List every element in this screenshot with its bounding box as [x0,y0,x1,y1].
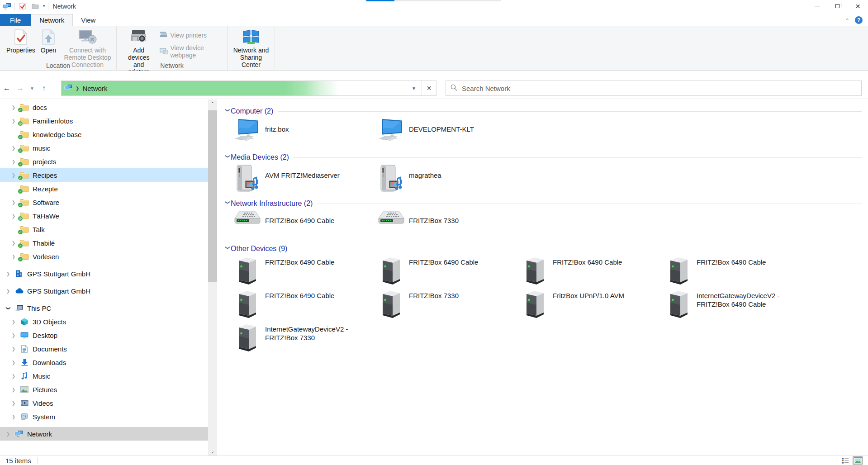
chevron-down-icon[interactable]: ❯ [225,154,230,161]
chevron-right-icon[interactable]: ❯ [11,414,16,419]
sidebar-item-system[interactable]: ❯System [0,410,208,423]
device-item-fritz-box-6490-cable[interactable]: FRITZ!Box 6490 Cable [666,256,810,285]
chevron-down-icon[interactable]: ❯ [225,246,230,252]
restore-button[interactable] [827,0,848,12]
chevron-right-icon[interactable]: ❯ [11,146,16,151]
qat-properties-icon[interactable] [18,1,28,11]
device-item-fritz-box[interactable]: fritz.box [234,119,378,141]
sidebar-item-pictures[interactable]: ❯Pictures [0,383,208,396]
sidebar-item-network[interactable]: ❯Network [0,427,208,441]
group-header-other-devices-9[interactable]: ❯Other Devices (9) [224,244,862,253]
sidebar-item-software[interactable]: ❯✓Software [0,195,208,209]
chevron-right-icon[interactable]: ❯ [11,254,16,259]
search-box[interactable] [446,81,862,96]
sidebar-item-recipes[interactable]: ❯✓Recipes [0,168,208,182]
address-dropdown-icon[interactable]: ▼ [406,81,422,95]
sidebar-item-documents[interactable]: ❯Documents [0,342,208,356]
chevron-right-icon[interactable]: ❯ [11,401,16,406]
chevron-right-icon[interactable]: ❯ [11,214,16,218]
chevron-right-icon[interactable]: ❯ [5,432,11,437]
breadcrumb[interactable]: ❯ Network [62,81,110,95]
breadcrumb-item-network[interactable]: Network [82,85,107,92]
chevron-right-icon[interactable]: ❯ [11,387,16,392]
sidebar-item-knowledge-base[interactable]: ❯✓knowledge base [0,128,208,141]
chevron-right-icon[interactable]: ❯ [11,360,16,365]
building-icon [14,270,24,277]
sidebar-item-this-pc[interactable]: ❯This PC [0,301,208,315]
chevron-down-icon[interactable]: ❯ [225,200,230,207]
scrollbar-thumb[interactable] [208,110,217,282]
sidebar-item-talk[interactable]: ❯✓Talk [0,223,208,236]
chevron-right-icon[interactable]: ❯ [11,159,16,164]
sidebar-item-t-hawe[interactable]: ❯⟳TäHaWe [0,209,208,223]
sidebar-item-projects[interactable]: ❯✓projects [0,155,208,168]
device-item-fritz-box-6490-cable[interactable]: FRITZ!Box 6490 Cable [378,256,522,285]
chevron-right-icon[interactable]: ❯ [11,173,16,178]
help-icon[interactable]: ? [855,16,863,24]
chevron-right-icon[interactable]: ❯ [11,333,16,338]
close-button[interactable]: ✕ [848,0,868,12]
sidebar-item-gps-stuttgart-gmbh[interactable]: ❯GPS Stuttgart GmbH [0,284,208,298]
device-item-fritzbox-upnp-1-0-avm[interactable]: FritzBox UPnP/1.0 AVM [522,289,666,318]
group-header-computer-2[interactable]: ❯Computer (2) [224,107,862,116]
scroll-down-icon[interactable]: ⌄ [208,447,217,456]
device-item-avm-fritz-mediaserver[interactable]: AVM FRITZ!Mediaserver [234,165,378,193]
search-input[interactable] [462,85,857,92]
sidebar-item-music[interactable]: ❯✓music [0,141,208,155]
chevron-right-icon[interactable]: ❯ [5,289,11,294]
group-header-media-devices-2[interactable]: ❯Media Devices (2) [224,153,862,162]
sidebar-item-gps-stuttgart-gmbh[interactable]: ❯GPS Stuttgart GmbH [0,267,208,280]
scroll-up-icon[interactable]: ⌃ [208,100,217,108]
device-item-internetgatewaydevicev2-fritz-box-7330[interactable]: InternetGatewayDeviceV2 - FRITZ!Box 7330 [234,323,378,352]
device-item-fritz-box-7330[interactable]: FRITZ!Box 7330 [378,211,522,232]
network-sharing-center-button[interactable]: Network and Sharing Center [228,28,274,69]
chevron-right-icon[interactable]: ❯ [5,271,11,276]
qat-customize-icon[interactable]: ▾ [43,4,45,8]
properties-button[interactable]: Properties [4,28,38,55]
device-item-development-klt[interactable]: DEVELOPMENT-KLT [378,119,522,141]
thumbnail-view-button[interactable] [853,456,863,465]
sidebar-item-desktop[interactable]: ❯Desktop [0,328,208,342]
chevron-right-icon[interactable]: ❯ [11,346,16,351]
sidebar-item-docs[interactable]: ❯✓docs [0,100,208,114]
details-view-button[interactable] [840,456,850,465]
device-item-fritz-box-6490-cable[interactable]: FRITZ!Box 6490 Cable [234,256,378,285]
app-network-icon [2,1,12,11]
chevron-right-icon[interactable]: ❯ [11,105,16,110]
minimize-ribbon-icon[interactable]: ⌃ [845,18,849,23]
stop-refresh-icon[interactable]: ✕ [422,81,436,95]
back-button[interactable]: ← [0,84,14,92]
chevron-right-icon[interactable]: ❯ [11,200,16,205]
sidebar-item-videos[interactable]: ❯Videos [0,396,208,410]
device-item-fritz-box-6490-cable[interactable]: FRITZ!Box 6490 Cable [522,256,666,285]
sidebar-item-rezepte[interactable]: ❯✓Rezepte [0,182,208,195]
recent-locations-icon[interactable]: ▼ [27,86,37,91]
tab-file[interactable]: File [0,14,31,26]
chevron-right-icon[interactable]: ❯ [11,319,16,324]
address-bar[interactable]: ❯ Network ▼ ✕ [61,81,436,96]
sidebar-item-vorlesen[interactable]: ❯✓Vorlesen [0,250,208,263]
sidebar-item-familienfotos[interactable]: ❯⟳Familienfotos [0,114,208,128]
chevron-right-icon[interactable]: ❯ [11,241,16,246]
sidebar-item-music[interactable]: ❯Music [0,369,208,383]
tree-scrollbar[interactable]: ⌃ ⌄ [208,100,217,456]
chevron-down-icon[interactable]: ❯ [225,108,230,114]
chevron-down-icon[interactable]: ❯ [6,305,11,311]
device-item-magrathea[interactable]: magrathea [378,165,522,193]
sidebar-item-3d-objects[interactable]: ❯3D Objects [0,315,208,328]
tab-view[interactable]: View [73,14,104,26]
qat-folder-icon[interactable] [30,1,40,11]
sidebar-item-thabil[interactable]: ❯✓Thabilé [0,236,208,250]
open-button[interactable]: Open [38,28,59,55]
group-header-network-infrastructure-2[interactable]: ❯Network Infrastructure (2) [224,199,862,208]
chevron-right-icon[interactable]: ❯ [11,374,16,379]
device-item-fritz-box-7330[interactable]: FRITZ!Box 7330 [378,289,522,318]
device-item-fritz-box-6490-cable[interactable]: FRITZ!Box 6490 Cable [234,289,378,318]
up-button[interactable]: ↑ [37,84,51,92]
chevron-right-icon[interactable]: ❯ [11,119,16,123]
device-item-fritz-box-6490-cable[interactable]: FRITZ!Box 6490 Cable [234,211,378,232]
minimize-button[interactable] [807,0,827,12]
sidebar-item-downloads[interactable]: ❯Downloads [0,356,208,369]
device-item-internetgatewaydevicev2-fritz-box-6490-cable[interactable]: InternetGatewayDeviceV2 - FRITZ!Box 6490… [666,289,810,318]
tab-network[interactable]: Network [31,14,73,26]
